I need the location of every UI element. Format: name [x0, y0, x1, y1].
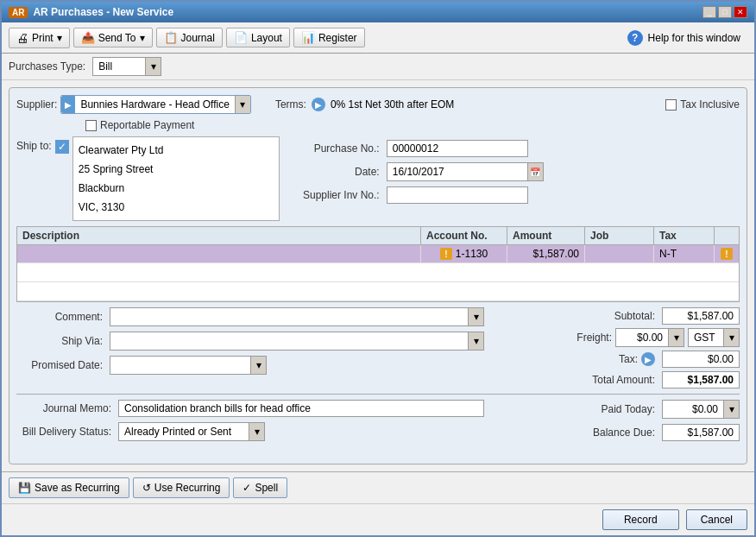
print-arrow[interactable]: ▾ — [57, 32, 62, 44]
reportable-row: Reportable Payment — [16, 119, 740, 131]
promised-date-label: Promised Date: — [16, 359, 103, 371]
supplier-input[interactable]: ▶ Bunnies Hardware - Head Office ▾ — [60, 95, 251, 114]
cancel-button[interactable]: Cancel — [686, 509, 747, 530]
supplier-inv-input[interactable] — [387, 186, 528, 204]
maximize-button[interactable]: □ — [718, 6, 732, 18]
print-button[interactable]: 🖨 Print ▾ — [9, 28, 70, 48]
row-tax: N-T — [654, 245, 715, 262]
ship-via-input-wrap: ▾ — [110, 332, 484, 351]
spell-icon: ✓ — [243, 482, 251, 494]
save-recurring-icon: 💾 — [18, 482, 31, 494]
minimize-button[interactable]: _ — [702, 6, 716, 18]
journal-memo-input[interactable] — [118, 400, 484, 417]
col-account-no: Account No. — [421, 227, 507, 244]
journal-label: Journal — [181, 32, 215, 44]
table-row[interactable]: ! 1-1130 $1,587.00 N-T ! — [17, 245, 739, 263]
title-buttons: _ □ ✕ — [702, 6, 747, 18]
comment-input[interactable] — [110, 309, 468, 325]
save-recurring-label: Save as Recurring — [35, 482, 120, 494]
comment-dropdown[interactable]: ▾ — [468, 308, 483, 325]
main-panel: Supplier: ▶ Bunnies Hardware - Head Offi… — [9, 87, 747, 464]
purchases-type-dropdown[interactable]: ▾ — [145, 58, 161, 75]
send-to-button[interactable]: 📤 Send To ▾ — [73, 28, 153, 47]
promised-date-row: Promised Date: ▾ — [16, 356, 484, 375]
ship-via-dropdown[interactable]: ▾ — [468, 332, 483, 350]
supplier-row: Supplier: ▶ Bunnies Hardware - Head Offi… — [16, 95, 740, 114]
ship-to-checkbox[interactable]: ✓ — [55, 140, 69, 154]
tax-label-text: Tax: — [619, 353, 638, 365]
tax-nav-icon[interactable]: ▶ — [641, 352, 655, 366]
table-empty-row-2[interactable] — [17, 282, 739, 301]
help-icon: ? — [627, 30, 643, 46]
window-title: AR Purchases - New Service — [33, 6, 173, 18]
purchases-type-row: Purchases Type: Bill ▾ — [2, 54, 754, 80]
acct-warning-icon: ! — [440, 248, 452, 260]
table-empty-row-1[interactable] — [17, 263, 739, 282]
freight-input-wrap: $0.00 ▾ — [615, 328, 684, 347]
ship-to-address-box: Clearwater Pty Ltd 25 Spring Street Blac… — [72, 136, 280, 221]
bill-delivery-select[interactable]: Already Printed or Sent ▾ — [118, 422, 265, 441]
date-row: Date: 📅 — [293, 162, 740, 181]
paid-today-value: $0.00 — [663, 401, 723, 417]
subtotal-value: $1,587.00 — [662, 307, 740, 325]
paid-today-dropdown[interactable]: ▾ — [723, 401, 739, 418]
title-bar: AR AR Purchases - New Service _ □ ✕ — [2, 2, 754, 22]
send-icon: 📤 — [81, 31, 95, 44]
spell-button[interactable]: ✓ Spell — [233, 477, 287, 498]
ship-via-label: Ship Via: — [16, 335, 103, 347]
col-job: Job — [585, 227, 654, 244]
purchase-no-label: Purchase No.: — [293, 142, 380, 155]
supplier-label: Supplier: — [16, 98, 57, 111]
ship-to-section: Ship to: ✓ Clearwater Pty Ltd 25 Spring … — [16, 136, 280, 221]
layout-button[interactable]: 📄 Layout — [226, 28, 290, 47]
terms-value: 0% 1st Net 30th after EOM — [331, 98, 454, 111]
freight-row: Freight: $0.00 ▾ GST ▾ — [498, 328, 740, 347]
save-recurring-button[interactable]: 💾 Save as Recurring — [9, 477, 129, 498]
promised-date-input[interactable] — [110, 357, 250, 373]
total-amount-label: Total Amount: — [586, 374, 655, 386]
gst-dropdown[interactable]: ▾ — [723, 329, 739, 346]
reportable-payment-checkbox[interactable] — [85, 120, 97, 131]
col-warn — [715, 227, 739, 244]
terms-section: Terms: ▶ 0% 1st Net 30th after EOM — [275, 98, 454, 111]
memo-left-fields: Journal Memo: Bill Delivery Status: Alre… — [16, 400, 484, 441]
supplier-nav-icon[interactable]: ▶ — [61, 96, 75, 113]
print-icon: 🖨 — [16, 31, 28, 45]
print-label: Print — [32, 32, 54, 44]
tax-inclusive-label: Tax Inclusive — [680, 98, 740, 111]
date-picker-btn[interactable]: 📅 — [527, 163, 543, 180]
address-line3: Blackburn — [77, 179, 275, 198]
table-header: Description Account No. Amount Job Tax — [17, 227, 739, 245]
date-input[interactable] — [387, 164, 527, 180]
account-value: 1-1130 — [456, 248, 488, 260]
purchases-type-value: Bill — [93, 59, 145, 74]
line-items-table: Description Account No. Amount Job Tax !… — [16, 226, 740, 302]
journal-button[interactable]: 📋 Journal — [156, 28, 223, 47]
freight-dropdown[interactable]: ▾ — [668, 329, 684, 346]
bill-delivery-dropdown[interactable]: ▾ — [249, 423, 264, 440]
close-button[interactable]: ✕ — [734, 6, 747, 18]
bottom-section: Comment: ▾ Ship Via: ▾ — [16, 307, 740, 389]
supplier-dropdown-btn[interactable]: ▾ — [235, 96, 250, 113]
bill-delivery-row: Bill Delivery Status: Already Printed or… — [16, 422, 484, 441]
purchases-type-select[interactable]: Bill ▾ — [92, 57, 161, 76]
journal-memo-label: Journal Memo: — [16, 402, 111, 414]
purchase-no-input[interactable] — [387, 140, 528, 157]
use-recurring-button[interactable]: ↺ Use Recurring — [133, 477, 230, 498]
record-button[interactable]: Record — [602, 509, 679, 530]
comment-input-wrap: ▾ — [110, 307, 484, 326]
purchase-fields: Purchase No.: Date: 📅 Supplier Inv No.: — [293, 136, 740, 221]
gst-wrap: GST ▾ — [688, 328, 740, 347]
tax-inclusive-checkbox[interactable] — [665, 99, 677, 111]
balance-due-value: $1,587.00 — [662, 424, 740, 441]
send-to-arrow[interactable]: ▾ — [140, 32, 145, 44]
ship-via-input[interactable] — [110, 333, 468, 349]
freight-label: Freight: — [543, 332, 612, 344]
subtotal-label: Subtotal: — [586, 310, 655, 322]
register-button[interactable]: 📊 Register — [293, 28, 365, 47]
memo-right-fields: Paid Today: $0.00 ▾ Balance Due: $1,587.… — [498, 400, 740, 441]
terms-nav-icon[interactable]: ▶ — [312, 98, 325, 111]
promised-date-btn[interactable]: ▾ — [250, 357, 266, 374]
journal-memo-row: Journal Memo: — [16, 400, 484, 417]
help-button[interactable]: ? Help for this window — [621, 28, 747, 48]
